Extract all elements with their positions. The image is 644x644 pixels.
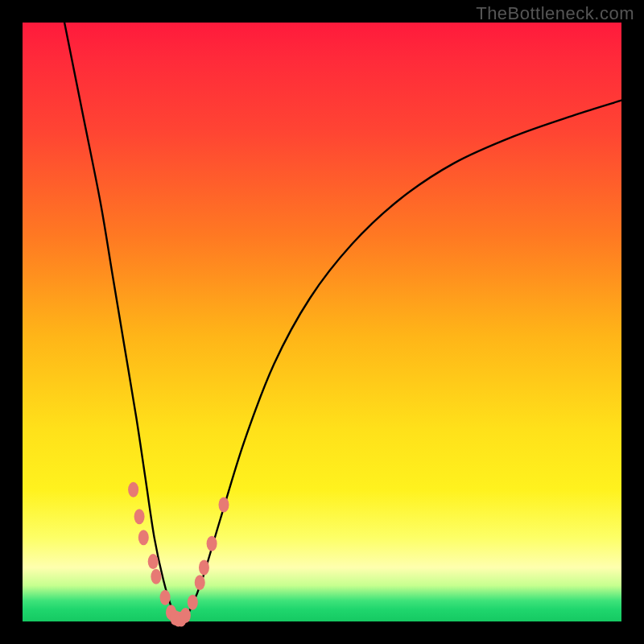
curve-svg (23, 23, 621, 621)
bead-marker (160, 590, 171, 605)
watermark-text: TheBottleneck.com (476, 3, 634, 24)
bead-marker (138, 530, 149, 545)
bead-marker (199, 560, 209, 576)
bead-marker (207, 536, 217, 551)
bead-marker (148, 554, 159, 569)
chart-frame: TheBottleneck.com (0, 0, 644, 644)
bead-marker (151, 569, 161, 584)
bottleneck-curve (64, 23, 621, 621)
bead-marker (195, 575, 205, 590)
bead-marker (128, 482, 138, 497)
plot-area (23, 23, 621, 621)
bead-marker (218, 497, 229, 512)
bead-marker (188, 595, 198, 610)
bead-marker (134, 509, 145, 524)
highlight-beads (128, 482, 229, 627)
bead-marker (180, 608, 191, 623)
